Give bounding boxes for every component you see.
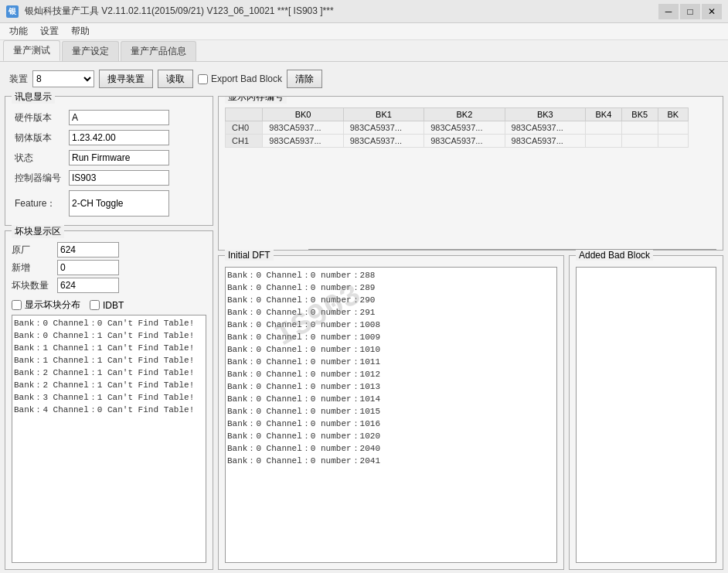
status-input[interactable] <box>69 150 169 165</box>
log-item: Bank：1 Channel：1 Can't Find Table! <box>14 342 204 354</box>
status-label: 状态 <box>12 148 66 168</box>
new-input[interactable] <box>57 260 119 275</box>
flash-ch0-bk3: 983CA5937... <box>505 121 585 135</box>
controller-input[interactable] <box>69 170 169 186</box>
log-item: Bank：0 Channel：0 number：1016 <box>227 418 555 430</box>
controller-label: 控制器编号 <box>12 168 66 188</box>
left-panel: 讯息显示 硬件版本 韧体版本 状态 控制器编号 <box>5 96 213 570</box>
hw-version-label: 硬件版本 <box>12 107 66 128</box>
show-dist-label: 显示坏块分布 <box>25 298 80 312</box>
tab-product-info[interactable]: 量产产品信息 <box>121 41 196 61</box>
log-item: Bank：0 Channel：0 number：1015 <box>227 405 555 418</box>
mp-version-input[interactable] <box>308 249 716 251</box>
fw-version-label: 韧体版本 <box>12 128 66 148</box>
initial-dft-title: Initial DFT <box>225 250 274 261</box>
flash-col-bk4: BK4 <box>586 108 622 121</box>
idbt-checkbox[interactable] <box>90 300 100 310</box>
show-dist-checkbox[interactable] <box>12 300 22 310</box>
hw-version-input[interactable] <box>69 110 169 125</box>
factory-input[interactable] <box>57 242 119 258</box>
flash-ch1-bk0: 983CA5937... <box>263 135 343 148</box>
search-device-button[interactable]: 搜寻装置 <box>99 70 153 88</box>
menu-help[interactable]: 帮助 <box>65 23 96 39</box>
app-icon: 银 <box>6 5 19 18</box>
flash-ch0-label: CH0 <box>226 121 263 135</box>
log-item: Bank：0 Channel：0 number：1011 <box>227 356 555 368</box>
flash-ch0-bk4 <box>586 121 622 135</box>
bb-count-field-row: 坏块数量 <box>12 278 206 293</box>
flash-ch1-bk6 <box>658 135 688 148</box>
new-field-row: 新增 <box>12 260 206 275</box>
tab-mass-test[interactable]: 量产测试 <box>3 40 60 61</box>
flash-col-bk5: BK5 <box>621 108 658 121</box>
info-section: 讯息显示 硬件版本 韧体版本 状态 控制器编号 <box>5 96 213 226</box>
flash-col-bk2: BK2 <box>424 108 505 121</box>
log-item: Bank：0 Channel：0 number：291 <box>227 306 555 319</box>
tab-mass-settings[interactable]: 量产设定 <box>62 41 119 61</box>
bad-block-section-title: 坏块显示区 <box>12 225 64 238</box>
export-bad-block-checkbox-label[interactable]: Export Bad Block <box>198 73 282 84</box>
log-item: Bank：0 Channel：1 Can't Find Table! <box>14 329 204 342</box>
flash-section-title: 显示闪存编号 <box>225 96 287 104</box>
log-item: Bank：2 Channel：1 Can't Find Table! <box>14 367 204 379</box>
flash-ch0-bk2: 983CA5937... <box>424 121 505 135</box>
flash-ch0-bk1: 983CA5937... <box>343 121 424 135</box>
flash-row-ch0: CH0 983CA5937... 983CA5937... 983CA5937.… <box>226 121 689 135</box>
log-item: Bank：0 Channel：0 number：289 <box>227 281 555 294</box>
log-item: Bank：0 Channel：0 number：1009 <box>227 331 555 343</box>
flash-ch1-bk3: 983CA5937... <box>505 135 585 148</box>
flash-ch0-bk6 <box>658 121 688 135</box>
bad-block-log[interactable]: Bank：0 Channel：0 Can't Find Table!Bank：0… <box>12 315 206 563</box>
initial-dft-log[interactable]: IS903 Bank：0 Channel：0 number：288Bank：0 … <box>225 267 557 563</box>
tab-bar: 量产测试 量产设定 量产产品信息 <box>0 40 728 62</box>
middle-panels: Initial DFT IS903 Bank：0 Channel：0 numbe… <box>218 255 723 570</box>
right-panel: 显示闪存编号 BK0 BK1 BK2 BK3 BK4 BK5 <box>218 96 723 570</box>
info-section-title: 讯息显示 <box>12 90 55 104</box>
log-item: Bank：0 Channel：0 number：2040 <box>227 442 555 455</box>
bad-block-section: 坏块显示区 原厂 新增 坏块数量 <box>5 230 213 570</box>
flash-row-ch1: CH1 983CA5937... 983CA5937... 983CA5937.… <box>226 135 689 148</box>
factory-label: 原厂 <box>12 244 54 257</box>
flash-table-container[interactable]: BK0 BK1 BK2 BK3 BK4 BK5 BK CH0 <box>225 107 716 244</box>
device-select[interactable]: 8 <box>32 70 94 87</box>
menu-function[interactable]: 功能 <box>3 23 34 39</box>
clear-button[interactable]: 清除 <box>287 70 322 88</box>
feature-input[interactable] <box>69 190 169 217</box>
close-button[interactable]: ✕ <box>702 4 722 19</box>
bad-block-fields: 原厂 新增 坏块数量 显示坏块分布 IDB <box>12 242 206 312</box>
read-button[interactable]: 读取 <box>158 70 193 88</box>
title-bar: 银 银灿科技量产工具 V2.11.02.11(2015/09/21) V123_… <box>0 0 728 23</box>
flash-ch1-label: CH1 <box>226 135 263 148</box>
window-title: 银灿科技量产工具 V2.11.02.11(2015/09/21) V123_06… <box>25 5 334 18</box>
log-item: Bank：0 Channel：0 number：2041 <box>227 455 555 467</box>
flash-col-bk0: BK0 <box>263 108 343 121</box>
menu-settings[interactable]: 设置 <box>34 23 65 39</box>
flash-ch1-bk4 <box>586 135 622 148</box>
flash-table: BK0 BK1 BK2 BK3 BK4 BK5 BK CH0 <box>225 107 689 148</box>
new-label: 新增 <box>12 261 54 275</box>
minimize-button[interactable]: ─ <box>658 4 679 19</box>
added-bad-title: Added Bad Block <box>576 250 653 261</box>
flash-ch1-bk5 <box>621 135 658 148</box>
fw-version-input[interactable] <box>69 130 169 145</box>
flash-ch0-bk5 <box>621 121 658 135</box>
bb-count-input[interactable] <box>57 278 119 293</box>
flash-ch1-bk2: 983CA5937... <box>424 135 505 148</box>
feature-label: Feature： <box>12 188 66 219</box>
export-bad-block-checkbox[interactable] <box>198 74 208 84</box>
show-dist-row: 显示坏块分布 IDBT <box>12 298 206 312</box>
log-item: Bank：0 Channel：0 number：290 <box>227 294 555 306</box>
log-item: Bank：2 Channel：1 Can't Find Table! <box>14 379 204 391</box>
maximize-button[interactable]: □ <box>680 4 700 19</box>
log-item: Bank：0 Channel：0 number：1012 <box>227 368 555 380</box>
factory-field-row: 原厂 <box>12 242 206 258</box>
log-item: Bank：4 Channel：0 Can't Find Table! <box>14 404 204 416</box>
flash-section: 显示闪存编号 BK0 BK1 BK2 BK3 BK4 BK5 <box>218 96 723 251</box>
added-bad-log[interactable] <box>576 267 716 563</box>
log-item: Bank：0 Channel：0 number：1013 <box>227 380 555 393</box>
flash-ch0-bk0: 983CA5937... <box>263 121 343 135</box>
content-row: 讯息显示 硬件版本 韧体版本 状态 控制器编号 <box>5 96 723 570</box>
log-item: Bank：0 Channel：0 number：1020 <box>227 430 555 442</box>
log-item: Bank：0 Channel：0 number：1014 <box>227 393 555 405</box>
log-item: Bank：0 Channel：0 number：1010 <box>227 343 555 356</box>
